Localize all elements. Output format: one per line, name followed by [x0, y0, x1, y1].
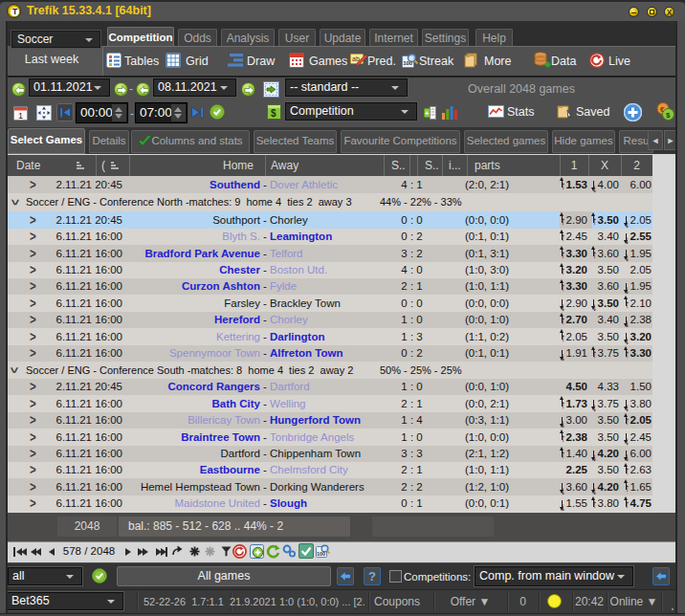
svg-text:1: 1: [18, 111, 23, 121]
svg-text:$: $: [666, 111, 671, 120]
svg-text:$: $: [271, 108, 276, 119]
svg-text:+: +: [425, 110, 429, 117]
